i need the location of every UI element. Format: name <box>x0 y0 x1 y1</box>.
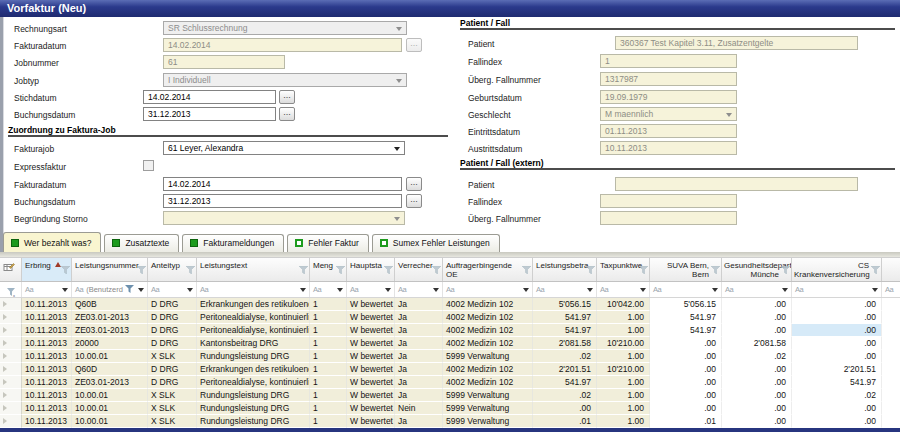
grid-cell[interactable] <box>882 298 900 311</box>
grid-cell[interactable]: D DRG <box>148 363 197 376</box>
zuordnung-buchungsdatum-input[interactable]: 31.12.2013 <box>163 194 402 208</box>
filter-funnel-icon[interactable] <box>522 266 531 274</box>
grid-cell[interactable] <box>882 324 900 337</box>
zuordnung-fakturadatum-input[interactable]: 14.02.2014 <box>163 177 402 191</box>
grid-cell[interactable]: 1 <box>310 363 347 376</box>
grid-cell[interactable]: 1 <box>310 402 347 415</box>
grid-cell[interactable]: .00 <box>792 402 882 415</box>
grid-cell[interactable]: W bewertet <box>347 311 395 324</box>
grid-cell[interactable]: W bewertet <box>347 337 395 350</box>
row-indicator[interactable] <box>0 324 22 337</box>
grid-cell[interactable]: Peritonealdialyse, kontinuierlich, <box>197 324 310 337</box>
column-header-10[interactable]: Taxpunktwe <box>597 258 650 281</box>
grid-cell[interactable]: .00 <box>722 376 792 389</box>
buchungsdatum-input[interactable]: 31.12.2013 <box>143 107 276 121</box>
filter-cell-1[interactable]: Aa <box>22 282 72 297</box>
row-indicator[interactable] <box>0 350 22 363</box>
grid-cell[interactable]: ZE03.01-2013 <box>72 324 148 337</box>
filter-cell-12[interactable]: Aa <box>722 282 792 297</box>
column-header-11[interactable]: SUVA Bern, Bern <box>650 258 722 281</box>
grid-cell[interactable]: 2'081.58 <box>722 337 792 350</box>
grid-cell[interactable]: 10'210.00 <box>597 363 650 376</box>
grid-cell[interactable]: .00 <box>722 363 792 376</box>
filter-funnel-icon[interactable] <box>384 266 393 274</box>
grid-cell[interactable]: Kantonsbeitrag DRG <box>197 337 310 350</box>
grid-cell[interactable]: D DRG <box>148 298 197 311</box>
grid-cell[interactable]: Rundungsleistung DRG <box>197 415 310 428</box>
grid-cell[interactable]: .00 <box>722 324 792 337</box>
row-indicator[interactable] <box>0 363 22 376</box>
grid-cell[interactable]: 1 <box>310 415 347 428</box>
column-header-3[interactable]: Anteityp <box>148 258 197 281</box>
column-header-9[interactable]: Leistungsbetra <box>533 258 597 281</box>
grid-cell[interactable]: Erkrankungen des retikuloendot <box>197 363 310 376</box>
filter-cell-9[interactable]: Aa <box>533 282 597 297</box>
grid-cell[interactable]: W bewertet <box>347 376 395 389</box>
column-header-4[interactable]: Leistungstext <box>197 258 310 281</box>
grid-cell[interactable]: 1.00 <box>597 402 650 415</box>
grid-cell[interactable] <box>882 363 900 376</box>
filter-cell-2[interactable]: Aa(Benutzerd <box>72 282 148 297</box>
grid-cell[interactable]: 20000 <box>72 337 148 350</box>
grid-customize-cell[interactable] <box>0 258 22 281</box>
grid-cell[interactable]: Ja <box>395 324 443 337</box>
grid-cell[interactable]: D DRG <box>148 376 197 389</box>
grid-cell[interactable]: .02 <box>722 350 792 363</box>
column-header-12[interactable]: Gesundheitsdepart Münche <box>722 258 792 281</box>
filter-funnel-icon[interactable] <box>586 266 595 274</box>
grid-cell[interactable]: Peritonealdialyse, kontinuierlich, <box>197 311 310 324</box>
grid-cell[interactable] <box>882 337 900 350</box>
filter-funnel-icon[interactable] <box>639 266 648 274</box>
grid-cell[interactable]: ZE03.01-2013 <box>72 376 148 389</box>
grid-cell[interactable]: 10.00.01 <box>72 350 148 363</box>
row-indicator[interactable] <box>0 376 22 389</box>
grid-cell[interactable]: Ja <box>395 350 443 363</box>
grid-cell[interactable]: W bewertet <box>347 350 395 363</box>
grid-cell[interactable]: 5999 Verwaltung <box>443 350 533 363</box>
grid-cell[interactable]: .00 <box>650 363 722 376</box>
column-header-6[interactable]: Hauptsta <box>347 258 395 281</box>
expressfaktur-checkbox[interactable] <box>143 160 154 171</box>
grid-cell[interactable]: Peritonealdialyse, kontinuierlich, <box>197 376 310 389</box>
column-header-5[interactable]: Meng <box>310 258 347 281</box>
grid-cell[interactable] <box>882 311 900 324</box>
grid-cell[interactable]: Ja <box>395 415 443 428</box>
grid-cell[interactable]: 10.00.01 <box>72 415 148 428</box>
column-header-7[interactable]: Verrecher <box>395 258 443 281</box>
fakturajob-select[interactable]: 61 Leyer, Alexandra <box>163 141 405 155</box>
filter-cell-6[interactable]: Aa <box>347 282 395 297</box>
grid-cell[interactable]: 10.11.2013 <box>22 415 72 428</box>
grid-cell[interactable]: .02 <box>533 350 597 363</box>
grid-cell[interactable]: 10.11.2013 <box>22 337 72 350</box>
grid-cell[interactable]: 10.11.2013 <box>22 298 72 311</box>
grid-cell[interactable]: 1 <box>310 324 347 337</box>
grid-cell[interactable]: .00 <box>792 298 882 311</box>
grid-cell[interactable]: Rundungsleistung DRG <box>197 402 310 415</box>
grid-cell[interactable]: Ja <box>395 298 443 311</box>
filter-funnel-icon[interactable] <box>781 266 790 274</box>
filter-cell-11[interactable]: Aa <box>650 282 722 297</box>
tab-sumex-fehler-leistungen[interactable]: Sumex Fehler Leistungen <box>372 234 500 253</box>
grid-cell[interactable]: 10.00.01 <box>72 389 148 402</box>
grid-cell[interactable]: Erkrankungen des retikuloendot <box>197 298 310 311</box>
grid-cell[interactable]: .01 <box>650 415 722 428</box>
grid-cell[interactable]: 5999 Verwaltung <box>443 415 533 428</box>
grid-cell[interactable]: 541.97 <box>792 376 882 389</box>
customize-grid-icon[interactable] <box>3 261 15 273</box>
grid-cell[interactable]: 1 <box>310 376 347 389</box>
grid-cell[interactable]: .01 <box>533 415 597 428</box>
filter-funnel-icon[interactable] <box>336 266 345 274</box>
grid-cell[interactable]: Ja <box>395 376 443 389</box>
grid-cell[interactable]: 1.00 <box>597 415 650 428</box>
grid-cell[interactable]: .02 <box>533 389 597 402</box>
grid-cell[interactable]: 10.11.2013 <box>22 389 72 402</box>
grid-cell[interactable]: 541.97 <box>533 311 597 324</box>
grid-cell[interactable]: W bewertet <box>347 402 395 415</box>
grid-cell[interactable]: 10.11.2013 <box>22 376 72 389</box>
grid-cell[interactable]: D DRG <box>148 324 197 337</box>
grid-cell[interactable]: .00 <box>650 376 722 389</box>
filter-cell-5[interactable]: Aa <box>310 282 347 297</box>
grid-cell[interactable]: 541.97 <box>650 324 722 337</box>
row-indicator[interactable] <box>0 337 22 350</box>
grid-cell[interactable]: .00 <box>792 337 882 350</box>
